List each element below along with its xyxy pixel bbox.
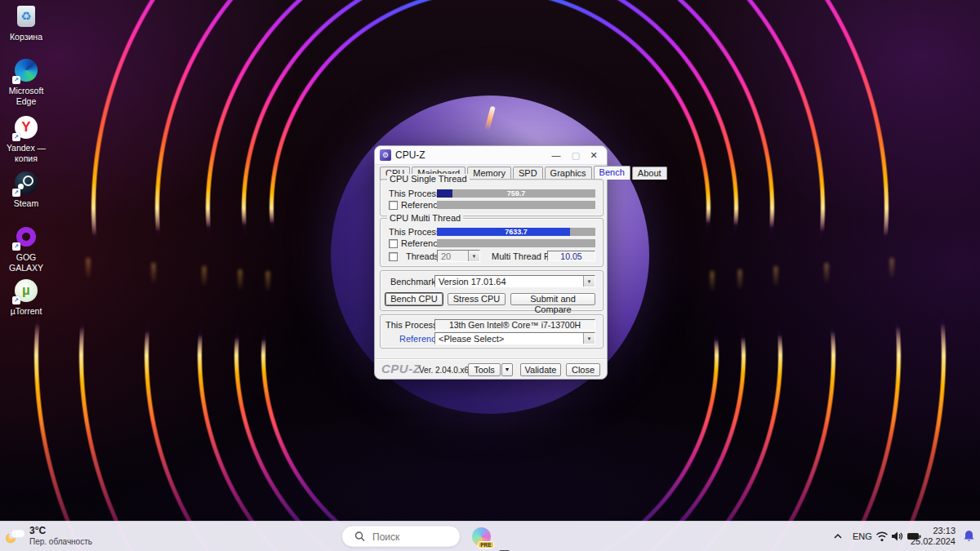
desktop-icon-steam[interactable]: ↗ Steam (0, 170, 52, 209)
tray-chevron-button[interactable] (833, 533, 843, 540)
single-thread-group: CPU Single Thread This Processor 759.7 R… (380, 179, 604, 216)
bench-cpu-button[interactable]: Bench CPU (385, 293, 443, 305)
clock-widget[interactable]: 23:13 25.02.2024 (911, 526, 956, 547)
reference-value: <Please Select> (439, 334, 504, 344)
shortcut-arrow-icon: ↗ (12, 189, 20, 197)
desktop-icon-label: Корзина (10, 32, 42, 42)
start-button[interactable] (317, 527, 336, 546)
benchmark-group: Benchmark Version 17.01.64 ▼ Bench CPU S… (380, 270, 604, 311)
compare-group: This Processor 13th Gen Intel® Core™ i7-… (380, 314, 604, 349)
maximize-button: ▢ (568, 148, 584, 162)
desktop-icon-yandex[interactable]: Y ↗ Yandex — копия (0, 114, 52, 163)
shortcut-arrow-icon: ↗ (12, 296, 20, 304)
stress-cpu-button[interactable]: Stress CPU (448, 293, 506, 305)
weather-temp: 3°C (29, 525, 92, 537)
tab-graphics[interactable]: Graphics (545, 167, 592, 180)
group-legend: CPU Single Thread (387, 174, 470, 184)
copilot-button[interactable]: PRE (470, 526, 492, 547)
single-reference-bar (437, 201, 595, 209)
close-button[interactable]: ✕ (586, 148, 602, 162)
shortcut-arrow-icon: ↗ (12, 242, 20, 251)
close-footer-button[interactable]: Close (566, 363, 600, 376)
tray-time: 23:13 (933, 526, 956, 536)
desktop-icon-recycle-bin[interactable]: ♻ Корзина (0, 3, 52, 42)
shortcut-arrow-icon: ↗ (12, 133, 20, 141)
tab-spd[interactable]: SPD (513, 167, 543, 180)
tab-bench[interactable]: Bench (594, 166, 630, 180)
desktop-icon-utorrent[interactable]: µ ↗ µTorrent (0, 278, 52, 317)
wifi-icon (875, 531, 889, 542)
shortcut-arrow-icon: ↗ (12, 76, 20, 84)
single-reference-checkbox[interactable] (389, 201, 398, 210)
search-input[interactable] (371, 530, 448, 543)
minimize-button[interactable]: — (548, 148, 564, 162)
wifi-button[interactable] (875, 531, 889, 542)
chevron-down-icon: ▼ (468, 251, 479, 261)
multi-reference-checkbox[interactable] (389, 239, 398, 248)
copilot-pre-badge: PRE (478, 541, 493, 549)
ratio-field: 10.05 (547, 251, 595, 261)
desktop-icon-label: Microsoft Edge (2, 86, 50, 106)
desktop-icon-gog-galaxy[interactable]: ↗ GOG GALAXY (0, 224, 52, 273)
processor-field: 13th Gen Intel® Core™ i7-13700H (434, 319, 595, 331)
tools-dropdown-button[interactable]: ▼ (501, 363, 513, 376)
threads-checkbox[interactable] (389, 252, 398, 261)
tab-memory[interactable]: Memory (467, 167, 511, 180)
recycle-bin-icon: ♻ (17, 6, 35, 27)
validate-button[interactable]: Validate (520, 363, 561, 376)
multi-reference-bar (437, 239, 595, 247)
multi-thread-value: 7633.7 (437, 228, 595, 236)
reference-select[interactable]: <Please Select> ▼ (434, 332, 595, 344)
chevron-up-icon (833, 533, 843, 540)
cpuz-logo: CPU-Z (381, 362, 421, 375)
group-legend: CPU Multi Thread (387, 213, 463, 223)
desktop-icon-label: µTorrent (11, 306, 42, 317)
weather-widget[interactable]: 3°C Пер. облачность (5, 525, 92, 548)
cpuz-app-icon: ⚙ (380, 149, 391, 161)
threads-value: 20 (441, 251, 451, 261)
threads-label: Threads (406, 251, 439, 261)
speaker-icon (891, 531, 903, 542)
benchmark-version-value: Version 17.01.64 (439, 277, 506, 287)
taskbar: 3°C Пер. облачность PRE (0, 521, 980, 551)
desktop-icon-microsoft-edge[interactable]: ↗ Microsoft Edge (0, 57, 52, 106)
tab-about[interactable]: About (632, 167, 667, 180)
single-thread-value: 759.7 (437, 189, 595, 198)
multi-thread-bar: 7633.7 (437, 228, 595, 236)
desktop-icon-label: Steam (14, 198, 38, 209)
tray-date: 25.02.2024 (911, 536, 956, 547)
task-view-icon (497, 548, 517, 551)
footer-separator (375, 358, 607, 359)
weather-condition: Пер. облачность (29, 537, 92, 548)
window-title: CPU-Z (395, 149, 425, 161)
single-thread-bar: 759.7 (437, 189, 595, 198)
multi-thread-group: CPU Multi Thread This Processor 7633.7 R… (380, 218, 604, 267)
cpuz-titlebar[interactable]: ⚙ CPU-Z — ▢ ✕ (375, 146, 607, 165)
threads-select[interactable]: 20 ▼ (437, 250, 480, 262)
desktop-icon-label: Yandex — копия (2, 143, 51, 163)
benchmark-version-select[interactable]: Version 17.01.64 ▼ (434, 275, 595, 287)
search-box[interactable] (341, 526, 461, 548)
weather-icon (5, 528, 24, 544)
bell-icon (963, 530, 975, 543)
volume-button[interactable] (891, 531, 903, 542)
desktop-icon-label: GOG GALAXY (0, 252, 52, 273)
notifications-button[interactable] (963, 530, 975, 543)
task-view-button[interactable] (497, 547, 518, 551)
submit-compare-button[interactable]: Submit and Compare (510, 293, 595, 305)
copilot-icon: PRE (472, 527, 491, 546)
chevron-down-icon: ▼ (583, 333, 595, 344)
language-indicator[interactable]: ENG (853, 531, 872, 541)
benchmark-label: Benchmark (390, 277, 436, 287)
tools-button[interactable]: Tools (468, 363, 501, 376)
chevron-down-icon: ▼ (583, 276, 595, 287)
cpuz-window: ⚙ CPU-Z — ▢ ✕ CPU Mainboard Memory SPD G… (374, 145, 608, 380)
version-text: Ver. 2.04.0.x64 (419, 366, 474, 375)
search-icon (354, 531, 365, 542)
